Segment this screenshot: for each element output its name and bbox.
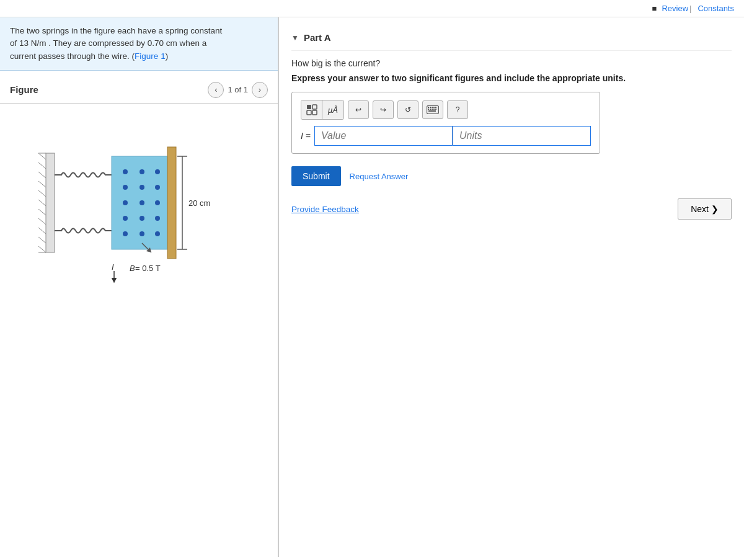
problem-text: The two springs in the figure each have … (0, 17, 278, 71)
svg-text:B: B (130, 264, 135, 273)
next-button[interactable]: Next ❯ (678, 198, 732, 220)
svg-rect-43 (307, 110, 311, 115)
svg-text:I: I (112, 262, 114, 272)
units-input[interactable] (453, 126, 591, 146)
svg-rect-44 (312, 110, 317, 115)
svg-line-9 (38, 209, 46, 215)
svg-rect-52 (430, 109, 431, 110)
input-label: I = (301, 131, 311, 141)
svg-line-10 (38, 218, 46, 224)
svg-text:= 0.5 T: = 0.5 T (135, 264, 161, 273)
svg-point-16 (140, 169, 144, 174)
svg-rect-41 (307, 105, 311, 109)
svg-point-26 (155, 216, 160, 221)
toolbar-icon-group: μÅ (301, 100, 344, 120)
figure-image-area: 20 cm B = 0.5 T I (0, 104, 278, 302)
redo-button[interactable]: ↪ (373, 100, 394, 119)
svg-point-19 (140, 185, 144, 190)
request-answer-link[interactable]: Request Answer (350, 172, 409, 181)
problem-line2: of 13 N/m . They are compressed by 0.70 … (10, 38, 206, 48)
next-label: Next (691, 204, 709, 214)
figure-area: Figure ‹ 1 of 1 › (0, 71, 278, 557)
svg-rect-46 (428, 107, 429, 108)
instruction-text: Express your answer to two significant f… (291, 73, 732, 83)
svg-line-13 (38, 246, 46, 252)
provide-feedback-link[interactable]: Provide Feedback (291, 205, 359, 214)
right-panel: ▼ Part A How big is the current? Express… (279, 17, 744, 557)
svg-rect-42 (312, 105, 317, 109)
svg-rect-56 (428, 110, 436, 112)
figure-link[interactable]: Figure 1 (135, 51, 166, 61)
toolbar: μÅ ↩ ↪ ↺ (301, 100, 591, 120)
reset-button[interactable]: ↺ (397, 100, 418, 119)
svg-point-27 (123, 231, 128, 236)
figure-prev-button[interactable]: ‹ (208, 82, 224, 98)
answer-box: μÅ ↩ ↪ ↺ (291, 92, 600, 154)
svg-rect-47 (430, 107, 431, 108)
figure-count: 1 of 1 (228, 85, 248, 94)
next-chevron-icon: ❯ (711, 204, 719, 214)
problem-line1: The two springs in the figure each have … (10, 26, 222, 35)
figure-title: Figure (10, 84, 208, 95)
bottom-row: Provide Feedback Next ❯ (291, 186, 732, 226)
svg-point-25 (140, 216, 144, 221)
question-text: How big is the current? (291, 58, 732, 68)
svg-line-5 (38, 172, 46, 178)
main-layout: The two springs in the figure each have … (0, 17, 744, 557)
svg-text:20 cm: 20 cm (188, 198, 210, 208)
svg-line-7 (38, 190, 46, 197)
svg-rect-54 (433, 109, 435, 110)
svg-point-23 (155, 200, 160, 205)
svg-point-15 (123, 169, 128, 174)
svg-rect-0 (46, 153, 55, 252)
part-section: ▼ Part A How big is the current? Express… (291, 17, 732, 226)
svg-point-18 (123, 185, 128, 190)
undo-button[interactable]: ↩ (348, 100, 369, 119)
svg-rect-55 (435, 109, 436, 110)
keyboard-icon (427, 105, 439, 114)
svg-point-28 (140, 231, 144, 236)
svg-point-17 (155, 169, 160, 174)
figure-svg: 20 cm B = 0.5 T I (33, 116, 244, 290)
action-row: Submit Request Answer (291, 166, 732, 186)
svg-point-21 (123, 200, 128, 205)
help-button[interactable]: ? (447, 100, 468, 119)
keyboard-button[interactable] (422, 100, 443, 119)
top-bar: ■ Review | Constants (0, 0, 744, 17)
svg-point-29 (155, 231, 160, 236)
svg-rect-30 (167, 147, 176, 259)
svg-point-20 (155, 185, 160, 190)
svg-line-4 (38, 162, 46, 169)
figure-header: Figure ‹ 1 of 1 › (0, 77, 278, 104)
value-input[interactable] (314, 126, 453, 146)
constants-link[interactable]: Constants (698, 4, 734, 13)
part-header: ▼ Part A (291, 27, 732, 51)
svg-line-3 (38, 153, 46, 159)
svg-rect-53 (432, 109, 433, 110)
separator: | (689, 4, 691, 13)
matrix-icon (306, 104, 317, 115)
part-label: Part A (304, 32, 331, 43)
mu-button[interactable]: μÅ (322, 100, 343, 119)
part-collapse-button[interactable]: ▼ (291, 33, 299, 42)
svg-rect-48 (432, 107, 433, 108)
problem-line3-prefix: current passes through the wire. ( (10, 51, 135, 61)
svg-rect-49 (433, 107, 435, 108)
svg-point-22 (140, 200, 144, 205)
svg-rect-50 (435, 107, 436, 108)
matrix-button[interactable] (301, 100, 322, 119)
figure-next-button[interactable]: › (252, 82, 268, 98)
svg-line-8 (38, 200, 46, 206)
review-icon: ■ (652, 4, 657, 13)
svg-line-6 (38, 181, 46, 187)
svg-point-24 (123, 216, 128, 221)
submit-button[interactable]: Submit (291, 166, 341, 186)
problem-line3-suffix: ) (166, 51, 169, 61)
figure-nav: ‹ 1 of 1 › (208, 82, 268, 98)
input-row: I = (301, 126, 591, 146)
svg-rect-51 (428, 109, 429, 110)
svg-line-12 (38, 237, 46, 243)
svg-line-11 (38, 228, 46, 234)
review-link[interactable]: Review (662, 4, 688, 13)
left-panel: The two springs in the figure each have … (0, 17, 279, 557)
